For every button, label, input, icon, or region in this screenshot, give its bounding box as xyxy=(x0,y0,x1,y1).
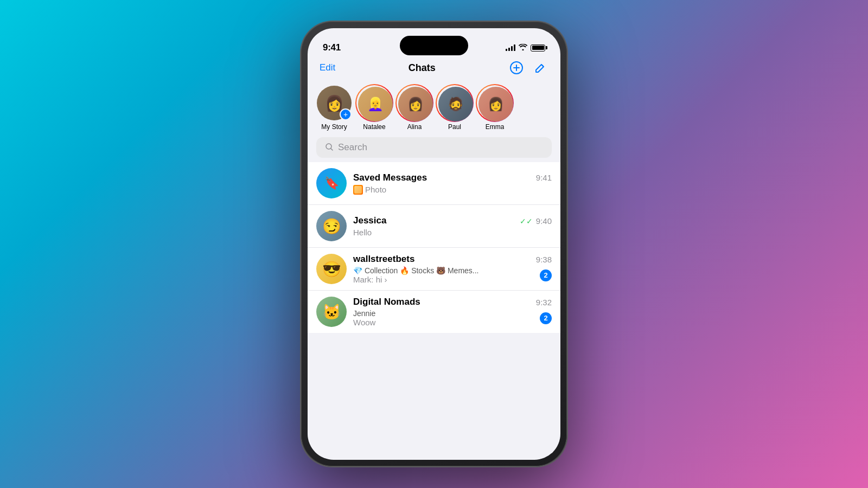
phone-frame: 9:41 xyxy=(301,22,567,466)
signal-icon xyxy=(506,44,515,51)
add-chat-button[interactable] xyxy=(508,60,525,76)
stories-row: 👩 + My Story 👱‍♀️ Natalee xyxy=(308,81,560,137)
chat-item-digitalnomads[interactable]: 🐱 Digital Nomads 9:32 Jennie Woow 2 xyxy=(308,290,560,333)
story-item-natalee[interactable]: 👱‍♀️ Natalee xyxy=(355,86,393,131)
chat-item-wallstreet[interactable]: 😎 wallstreetbets 9:38 💎 Collection 🔥 Sto… xyxy=(308,247,560,290)
story-label-alina: Alina xyxy=(407,123,422,131)
story-item-emma[interactable]: 👩 Emma xyxy=(476,86,514,131)
story-avatar-paul: 🧔 xyxy=(437,86,472,120)
digital-nomads-time: 9:32 xyxy=(536,298,552,307)
jessica-preview: Hello xyxy=(353,228,552,237)
story-item-mystory[interactable]: 👩 + My Story xyxy=(315,86,353,131)
story-label-emma: Emma xyxy=(486,123,505,131)
wallstreet-msg: Mark: hi › xyxy=(353,275,479,284)
search-container: Search xyxy=(308,137,560,162)
digital-nomads-avatar: 🐱 xyxy=(316,297,347,327)
battery-icon xyxy=(531,44,545,52)
digital-nomads-badge: 2 xyxy=(540,312,552,324)
read-checkmark: ✓✓ xyxy=(520,217,533,226)
jessica-avatar: 😏 xyxy=(316,211,347,241)
phone-screen: 9:41 xyxy=(308,28,560,460)
search-icon xyxy=(325,143,334,153)
digital-nomads-sender: Jennie xyxy=(353,309,375,318)
story-avatar-emma: 👩 xyxy=(477,86,512,120)
nav-bar: Edit Chats xyxy=(308,57,560,81)
story-avatar-natalee: 👱‍♀️ xyxy=(357,86,392,120)
digital-nomads-name: Digital Nomads xyxy=(353,297,420,307)
digital-nomads-content: Digital Nomads 9:32 Jennie Woow 2 xyxy=(353,297,552,327)
wallstreet-tags: 💎 Collection 🔥 Stocks 🐻 Memes... xyxy=(353,266,479,275)
saved-messages-preview: Photo xyxy=(353,185,552,195)
search-placeholder: Search xyxy=(338,142,367,153)
jessica-content: Jessica ✓✓ 9:40 Hello xyxy=(353,215,552,237)
digital-nomads-preview-area: Jennie Woow xyxy=(353,309,375,327)
jessica-time: ✓✓ 9:40 xyxy=(520,216,552,226)
photo-thumbnail xyxy=(353,185,363,195)
chat-item-saved[interactable]: 🔖 Saved Messages 9:41 Photo xyxy=(308,162,560,204)
saved-messages-time: 9:41 xyxy=(536,173,552,182)
edit-button[interactable]: Edit xyxy=(320,62,335,73)
compose-button[interactable] xyxy=(532,60,548,76)
nav-actions xyxy=(508,60,548,76)
wifi-icon xyxy=(519,43,527,52)
wallstreet-badge: 2 xyxy=(540,269,552,281)
chat-list: 🔖 Saved Messages 9:41 Photo 😏 xyxy=(308,162,560,333)
add-story-button[interactable]: + xyxy=(340,108,352,120)
wallstreet-preview-area: 💎 Collection 🔥 Stocks 🐻 Memes... Mark: h… xyxy=(353,266,479,284)
status-icons xyxy=(506,43,545,52)
dynamic-island xyxy=(400,36,468,55)
story-item-paul[interactable]: 🧔 Paul xyxy=(436,86,474,131)
bookmark-icon: 🔖 xyxy=(324,176,339,190)
wallstreet-time: 9:38 xyxy=(536,255,552,264)
story-avatar-mystory: 👩 + xyxy=(317,86,352,120)
saved-messages-avatar: 🔖 xyxy=(316,168,347,198)
wallstreet-avatar: 😎 xyxy=(316,254,347,284)
wallstreet-content: wallstreetbets 9:38 💎 Collection 🔥 Stock… xyxy=(353,254,552,284)
jessica-name: Jessica xyxy=(353,215,386,226)
status-time: 9:41 xyxy=(323,42,341,53)
story-label-mystory: My Story xyxy=(321,123,347,131)
saved-messages-name: Saved Messages xyxy=(353,172,427,183)
search-bar[interactable]: Search xyxy=(316,137,552,158)
story-label-natalee: Natalee xyxy=(363,123,385,131)
digital-nomads-msg: Woow xyxy=(353,318,375,327)
story-avatar-alina: 👩 xyxy=(397,86,432,120)
story-item-alina[interactable]: 👩 Alina xyxy=(395,86,433,131)
wallstreet-name: wallstreetbets xyxy=(353,254,414,265)
chat-item-jessica[interactable]: 😏 Jessica ✓✓ 9:40 Hello xyxy=(308,204,560,247)
story-label-paul: Paul xyxy=(448,123,461,131)
nav-title: Chats xyxy=(409,62,436,74)
saved-messages-content: Saved Messages 9:41 Photo xyxy=(353,172,552,195)
